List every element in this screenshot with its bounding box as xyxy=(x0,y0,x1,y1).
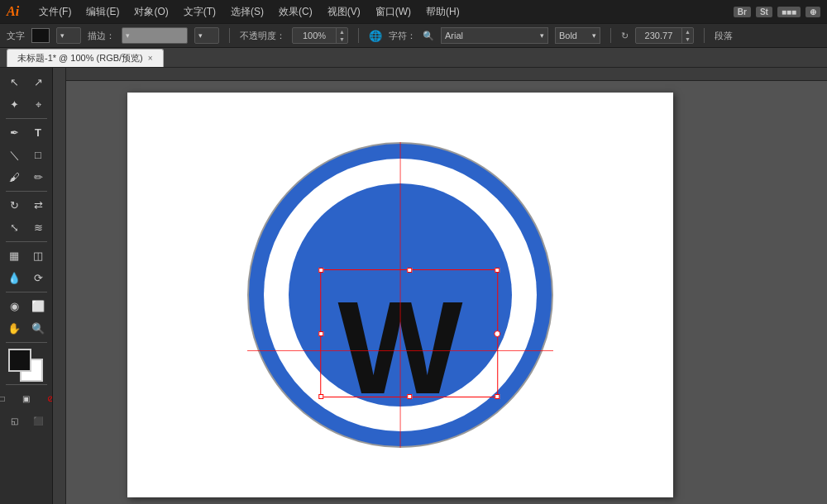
magic-wand-tool[interactable]: ✦ xyxy=(3,94,26,115)
size-up[interactable]: ▲ xyxy=(682,28,693,36)
scale-tool[interactable]: ⤡ xyxy=(3,217,26,238)
size-down[interactable]: ▼ xyxy=(682,36,693,43)
tool-row-9: 💧 ⟳ xyxy=(3,268,50,288)
tool-row-1: ↖ ↗ xyxy=(3,72,50,93)
divider4 xyxy=(704,28,705,43)
tab-bar: 未标题-1* @ 100% (RGB/预览) × xyxy=(0,48,827,68)
white-ring xyxy=(264,159,537,431)
logo-container: W xyxy=(247,142,553,448)
fill-color-box[interactable] xyxy=(31,28,50,43)
select-tool[interactable]: ↖ xyxy=(3,72,26,93)
stroke-label: 描边： xyxy=(88,30,115,42)
menu-window[interactable]: 窗口(W) xyxy=(369,3,418,21)
reflect-tool[interactable]: ⇄ xyxy=(27,195,50,216)
tool-row-11: ✋ 🔍 xyxy=(3,318,50,339)
opacity-label: 不透明度： xyxy=(240,30,285,42)
tool-sep-3 xyxy=(6,241,47,242)
opacity-value[interactable] xyxy=(293,31,336,40)
document-tab[interactable]: 未标题-1* @ 100% (RGB/预览) × xyxy=(7,49,164,67)
search-icon[interactable]: ⊕ xyxy=(805,7,820,17)
text-tool[interactable]: T xyxy=(27,122,50,143)
none-button[interactable]: ⊘ xyxy=(39,388,53,409)
fill-dropdown[interactable] xyxy=(56,27,81,44)
paragraph-label: 段落 xyxy=(715,30,733,42)
tool-sep-1 xyxy=(6,118,47,119)
paintbrush-tool[interactable]: 🖌 xyxy=(3,167,26,188)
font-style-select[interactable]: Bold xyxy=(555,27,600,44)
opacity-up[interactable]: ▲ xyxy=(337,28,347,36)
globe-icon[interactable]: 🌐 xyxy=(369,30,382,42)
font-size-value[interactable] xyxy=(636,31,681,40)
bridge-icons: Br St ■■■ ⊕ xyxy=(734,7,820,17)
tool-row-2: ✦ ⌖ xyxy=(3,94,50,115)
tool-sep-6 xyxy=(6,384,47,385)
zoom-tool[interactable]: 🔍 xyxy=(27,318,50,339)
char-search-icon[interactable]: 🔍 xyxy=(423,31,434,41)
tool-sep-4 xyxy=(6,292,47,292)
fill-mode-button[interactable]: □ xyxy=(0,388,13,409)
font-size-arrows: ▲ ▼ xyxy=(681,28,693,43)
menu-edit[interactable]: 编辑(E) xyxy=(79,3,126,21)
opacity-down[interactable]: ▼ xyxy=(337,36,347,43)
left-ruler xyxy=(53,68,66,504)
bridge-button[interactable]: Br xyxy=(734,7,751,17)
menu-object[interactable]: 对象(O) xyxy=(127,3,174,21)
tab-title: 未标题-1* @ 100% (RGB/预览) xyxy=(17,52,143,64)
tool-row-5: 🖌 ✏ xyxy=(3,167,50,188)
divider xyxy=(229,28,230,43)
menu-file[interactable]: 文件(F) xyxy=(32,3,78,21)
screen-mode-button[interactable]: ◱ xyxy=(3,411,26,431)
pencil-tool[interactable]: ✏ xyxy=(27,167,50,188)
app-logo: Ai xyxy=(7,4,19,19)
tool-row-6: ↻ ⇄ xyxy=(3,195,50,216)
eyedropper-tool[interactable]: 💧 xyxy=(3,268,26,288)
rotate-tool[interactable]: ↻ xyxy=(3,195,26,216)
line-tool[interactable]: ＼ xyxy=(3,145,26,165)
artboard[interactable]: W xyxy=(127,93,673,497)
toolbox: ↖ ↗ ✦ ⌖ ✒ T ＼ □ 🖌 ✏ ↻ ⇄ ⤡ xyxy=(0,68,53,504)
tab-close-button[interactable]: × xyxy=(148,54,153,63)
color-swatch-area xyxy=(8,349,45,382)
menu-effect[interactable]: 效果(C) xyxy=(272,3,319,21)
tool-sep-5 xyxy=(6,342,47,343)
artboard-tool[interactable]: ⬜ xyxy=(27,296,50,316)
divider3 xyxy=(610,28,611,43)
stroke-dropdown[interactable] xyxy=(122,27,188,44)
rotate-icon: ↻ xyxy=(621,31,629,41)
divider2 xyxy=(358,28,359,43)
tool-sep-2 xyxy=(6,191,47,192)
warp-tool[interactable]: ≋ xyxy=(27,217,50,238)
mode-label: 文字 xyxy=(7,30,25,42)
menu-bar: 文件(F) 编辑(E) 对象(O) 文字(T) 选择(S) 效果(C) 视图(V… xyxy=(32,3,466,21)
foreground-color-swatch[interactable] xyxy=(8,349,31,372)
hand-tool[interactable]: ✋ xyxy=(3,318,26,339)
outer-circle xyxy=(247,142,553,448)
rectangle-tool[interactable]: □ xyxy=(27,145,50,165)
tool-row-12: □ ▣ ⊘ xyxy=(0,388,53,409)
tool-row-7: ⤡ ≋ xyxy=(3,217,50,238)
inner-circle xyxy=(289,183,512,407)
stroke-mode-button[interactable]: ▣ xyxy=(15,388,37,409)
workspace-button[interactable]: ■■■ xyxy=(777,7,801,17)
blend-tool[interactable]: ⟳ xyxy=(27,268,50,288)
lasso-tool[interactable]: ⌖ xyxy=(27,94,50,115)
canvas-area[interactable]: W xyxy=(53,68,827,504)
symbol-tool[interactable]: ◉ xyxy=(3,296,26,316)
opacity-input[interactable]: ▲ ▼ xyxy=(292,27,348,44)
fullscreen-button[interactable]: ⬛ xyxy=(27,411,50,431)
menu-select[interactable]: 选择(S) xyxy=(224,3,270,21)
menu-help[interactable]: 帮助(H) xyxy=(419,3,466,21)
gradient-tool[interactable]: ◫ xyxy=(27,245,50,266)
font-family-select[interactable]: Arial xyxy=(441,27,548,44)
font-size-input[interactable]: ▲ ▼ xyxy=(635,27,694,44)
menu-type[interactable]: 文字(T) xyxy=(177,3,222,21)
menu-view[interactable]: 视图(V) xyxy=(321,3,367,21)
direct-select-tool[interactable]: ↗ xyxy=(27,72,50,93)
tool-row-13: ◱ ⬛ xyxy=(3,411,50,431)
graph-tool[interactable]: ▦ xyxy=(3,245,26,266)
stroke-weight-dropdown[interactable] xyxy=(194,27,219,44)
pen-tool[interactable]: ✒ xyxy=(3,122,26,143)
opacity-arrows: ▲ ▼ xyxy=(336,28,347,43)
stock-button[interactable]: St xyxy=(756,7,772,17)
tool-row-8: ▦ ◫ xyxy=(3,245,50,266)
